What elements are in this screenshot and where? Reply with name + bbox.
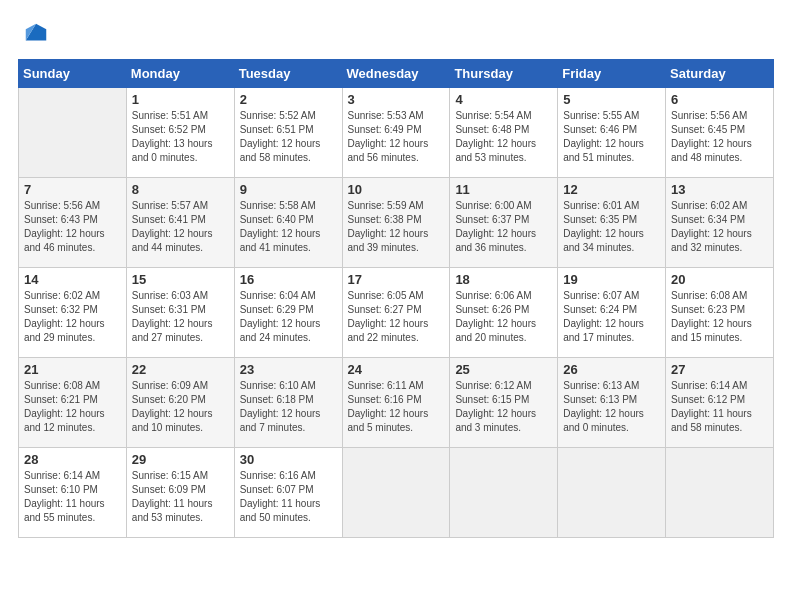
- day-number: 19: [563, 272, 660, 287]
- day-number: 11: [455, 182, 552, 197]
- day-number: 25: [455, 362, 552, 377]
- calendar-cell: 24Sunrise: 6:11 AM Sunset: 6:16 PM Dayli…: [342, 358, 450, 448]
- day-info: Sunrise: 6:05 AM Sunset: 6:27 PM Dayligh…: [348, 289, 445, 345]
- day-info: Sunrise: 6:03 AM Sunset: 6:31 PM Dayligh…: [132, 289, 229, 345]
- day-info: Sunrise: 6:04 AM Sunset: 6:29 PM Dayligh…: [240, 289, 337, 345]
- day-info: Sunrise: 5:56 AM Sunset: 6:45 PM Dayligh…: [671, 109, 768, 165]
- calendar-week-0: 1Sunrise: 5:51 AM Sunset: 6:52 PM Daylig…: [19, 88, 774, 178]
- calendar-cell: 1Sunrise: 5:51 AM Sunset: 6:52 PM Daylig…: [126, 88, 234, 178]
- calendar-cell: 27Sunrise: 6:14 AM Sunset: 6:12 PM Dayli…: [666, 358, 774, 448]
- day-number: 16: [240, 272, 337, 287]
- calendar-cell: 16Sunrise: 6:04 AM Sunset: 6:29 PM Dayli…: [234, 268, 342, 358]
- day-number: 18: [455, 272, 552, 287]
- logo-icon: [22, 20, 50, 48]
- calendar-cell: [450, 448, 558, 538]
- calendar-cell: 11Sunrise: 6:00 AM Sunset: 6:37 PM Dayli…: [450, 178, 558, 268]
- calendar-cell: 5Sunrise: 5:55 AM Sunset: 6:46 PM Daylig…: [558, 88, 666, 178]
- day-info: Sunrise: 6:14 AM Sunset: 6:10 PM Dayligh…: [24, 469, 121, 525]
- day-info: Sunrise: 6:01 AM Sunset: 6:35 PM Dayligh…: [563, 199, 660, 255]
- calendar-cell: 8Sunrise: 5:57 AM Sunset: 6:41 PM Daylig…: [126, 178, 234, 268]
- day-number: 3: [348, 92, 445, 107]
- calendar-cell: [558, 448, 666, 538]
- day-info: Sunrise: 6:16 AM Sunset: 6:07 PM Dayligh…: [240, 469, 337, 525]
- calendar-table: SundayMondayTuesdayWednesdayThursdayFrid…: [18, 59, 774, 538]
- calendar-cell: 28Sunrise: 6:14 AM Sunset: 6:10 PM Dayli…: [19, 448, 127, 538]
- calendar-cell: 22Sunrise: 6:09 AM Sunset: 6:20 PM Dayli…: [126, 358, 234, 448]
- calendar-cell: 26Sunrise: 6:13 AM Sunset: 6:13 PM Dayli…: [558, 358, 666, 448]
- calendar-week-2: 14Sunrise: 6:02 AM Sunset: 6:32 PM Dayli…: [19, 268, 774, 358]
- calendar-cell: 15Sunrise: 6:03 AM Sunset: 6:31 PM Dayli…: [126, 268, 234, 358]
- calendar-cell: 20Sunrise: 6:08 AM Sunset: 6:23 PM Dayli…: [666, 268, 774, 358]
- day-info: Sunrise: 6:12 AM Sunset: 6:15 PM Dayligh…: [455, 379, 552, 435]
- calendar-cell: 25Sunrise: 6:12 AM Sunset: 6:15 PM Dayli…: [450, 358, 558, 448]
- logo: [20, 20, 50, 53]
- day-number: 21: [24, 362, 121, 377]
- day-info: Sunrise: 5:52 AM Sunset: 6:51 PM Dayligh…: [240, 109, 337, 165]
- calendar-cell: 30Sunrise: 6:16 AM Sunset: 6:07 PM Dayli…: [234, 448, 342, 538]
- calendar-cell: 6Sunrise: 5:56 AM Sunset: 6:45 PM Daylig…: [666, 88, 774, 178]
- calendar-cell: [342, 448, 450, 538]
- calendar-cell: [19, 88, 127, 178]
- weekday-header-friday: Friday: [558, 60, 666, 88]
- day-number: 7: [24, 182, 121, 197]
- calendar-week-4: 28Sunrise: 6:14 AM Sunset: 6:10 PM Dayli…: [19, 448, 774, 538]
- day-number: 12: [563, 182, 660, 197]
- day-info: Sunrise: 5:59 AM Sunset: 6:38 PM Dayligh…: [348, 199, 445, 255]
- day-number: 14: [24, 272, 121, 287]
- day-info: Sunrise: 5:54 AM Sunset: 6:48 PM Dayligh…: [455, 109, 552, 165]
- day-info: Sunrise: 6:13 AM Sunset: 6:13 PM Dayligh…: [563, 379, 660, 435]
- calendar-cell: 23Sunrise: 6:10 AM Sunset: 6:18 PM Dayli…: [234, 358, 342, 448]
- calendar-cell: [666, 448, 774, 538]
- day-number: 20: [671, 272, 768, 287]
- day-number: 1: [132, 92, 229, 107]
- day-number: 27: [671, 362, 768, 377]
- day-info: Sunrise: 6:11 AM Sunset: 6:16 PM Dayligh…: [348, 379, 445, 435]
- day-info: Sunrise: 5:55 AM Sunset: 6:46 PM Dayligh…: [563, 109, 660, 165]
- weekday-header-wednesday: Wednesday: [342, 60, 450, 88]
- day-number: 15: [132, 272, 229, 287]
- weekday-header-row: SundayMondayTuesdayWednesdayThursdayFrid…: [19, 60, 774, 88]
- day-info: Sunrise: 6:15 AM Sunset: 6:09 PM Dayligh…: [132, 469, 229, 525]
- day-info: Sunrise: 6:14 AM Sunset: 6:12 PM Dayligh…: [671, 379, 768, 435]
- day-number: 2: [240, 92, 337, 107]
- calendar-cell: 12Sunrise: 6:01 AM Sunset: 6:35 PM Dayli…: [558, 178, 666, 268]
- calendar-week-1: 7Sunrise: 5:56 AM Sunset: 6:43 PM Daylig…: [19, 178, 774, 268]
- weekday-header-tuesday: Tuesday: [234, 60, 342, 88]
- day-info: Sunrise: 6:08 AM Sunset: 6:23 PM Dayligh…: [671, 289, 768, 345]
- day-info: Sunrise: 6:00 AM Sunset: 6:37 PM Dayligh…: [455, 199, 552, 255]
- calendar-cell: 21Sunrise: 6:08 AM Sunset: 6:21 PM Dayli…: [19, 358, 127, 448]
- day-number: 8: [132, 182, 229, 197]
- calendar-cell: 2Sunrise: 5:52 AM Sunset: 6:51 PM Daylig…: [234, 88, 342, 178]
- calendar-cell: 9Sunrise: 5:58 AM Sunset: 6:40 PM Daylig…: [234, 178, 342, 268]
- day-number: 17: [348, 272, 445, 287]
- day-number: 6: [671, 92, 768, 107]
- calendar-cell: 29Sunrise: 6:15 AM Sunset: 6:09 PM Dayli…: [126, 448, 234, 538]
- calendar-cell: 3Sunrise: 5:53 AM Sunset: 6:49 PM Daylig…: [342, 88, 450, 178]
- day-number: 29: [132, 452, 229, 467]
- day-number: 28: [24, 452, 121, 467]
- calendar-cell: 18Sunrise: 6:06 AM Sunset: 6:26 PM Dayli…: [450, 268, 558, 358]
- weekday-header-sunday: Sunday: [19, 60, 127, 88]
- calendar-cell: 14Sunrise: 6:02 AM Sunset: 6:32 PM Dayli…: [19, 268, 127, 358]
- calendar-cell: 10Sunrise: 5:59 AM Sunset: 6:38 PM Dayli…: [342, 178, 450, 268]
- calendar-cell: 19Sunrise: 6:07 AM Sunset: 6:24 PM Dayli…: [558, 268, 666, 358]
- day-number: 26: [563, 362, 660, 377]
- calendar-cell: 7Sunrise: 5:56 AM Sunset: 6:43 PM Daylig…: [19, 178, 127, 268]
- calendar-cell: 17Sunrise: 6:05 AM Sunset: 6:27 PM Dayli…: [342, 268, 450, 358]
- day-info: Sunrise: 6:09 AM Sunset: 6:20 PM Dayligh…: [132, 379, 229, 435]
- day-info: Sunrise: 5:58 AM Sunset: 6:40 PM Dayligh…: [240, 199, 337, 255]
- day-info: Sunrise: 6:08 AM Sunset: 6:21 PM Dayligh…: [24, 379, 121, 435]
- day-info: Sunrise: 5:51 AM Sunset: 6:52 PM Dayligh…: [132, 109, 229, 165]
- day-info: Sunrise: 5:53 AM Sunset: 6:49 PM Dayligh…: [348, 109, 445, 165]
- day-number: 23: [240, 362, 337, 377]
- day-info: Sunrise: 5:57 AM Sunset: 6:41 PM Dayligh…: [132, 199, 229, 255]
- day-number: 9: [240, 182, 337, 197]
- day-number: 30: [240, 452, 337, 467]
- day-info: Sunrise: 6:07 AM Sunset: 6:24 PM Dayligh…: [563, 289, 660, 345]
- calendar-week-3: 21Sunrise: 6:08 AM Sunset: 6:21 PM Dayli…: [19, 358, 774, 448]
- day-number: 13: [671, 182, 768, 197]
- weekday-header-monday: Monday: [126, 60, 234, 88]
- calendar-cell: 13Sunrise: 6:02 AM Sunset: 6:34 PM Dayli…: [666, 178, 774, 268]
- weekday-header-saturday: Saturday: [666, 60, 774, 88]
- page-header: [10, 10, 782, 59]
